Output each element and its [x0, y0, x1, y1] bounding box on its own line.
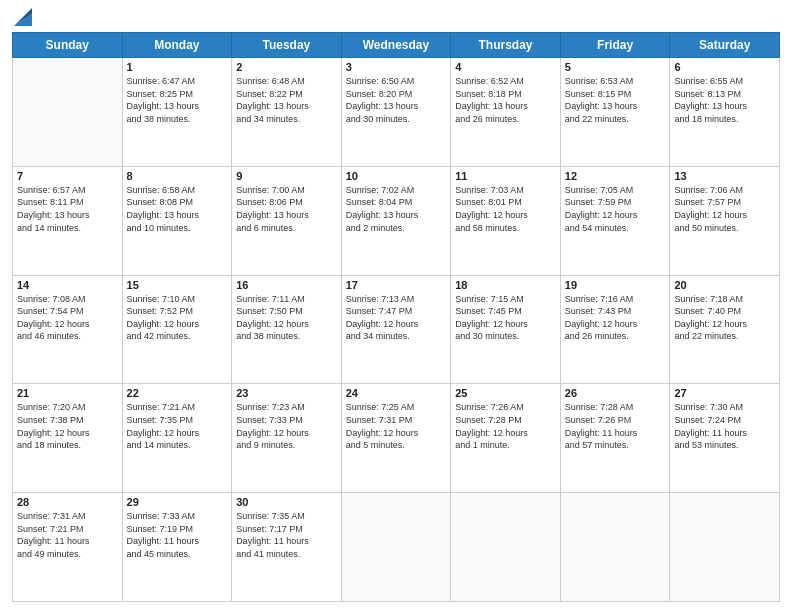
day-number: 30: [236, 496, 337, 508]
cell-info: Sunrise: 7:35 AMSunset: 7:17 PMDaylight:…: [236, 510, 337, 560]
cell-info: Sunrise: 7:16 AMSunset: 7:43 PMDaylight:…: [565, 293, 666, 343]
calendar-cell: 1Sunrise: 6:47 AMSunset: 8:25 PMDaylight…: [122, 58, 232, 167]
day-number: 10: [346, 170, 447, 182]
calendar-cell: [670, 493, 780, 602]
cell-info: Sunrise: 6:53 AMSunset: 8:15 PMDaylight:…: [565, 75, 666, 125]
weekday-saturday: Saturday: [670, 33, 780, 58]
cell-info: Sunrise: 7:26 AMSunset: 7:28 PMDaylight:…: [455, 401, 556, 451]
calendar-cell: 10Sunrise: 7:02 AMSunset: 8:04 PMDayligh…: [341, 166, 451, 275]
day-number: 24: [346, 387, 447, 399]
day-number: 20: [674, 279, 775, 291]
week-row-1: 1Sunrise: 6:47 AMSunset: 8:25 PMDaylight…: [13, 58, 780, 167]
day-number: 14: [17, 279, 118, 291]
cell-info: Sunrise: 6:55 AMSunset: 8:13 PMDaylight:…: [674, 75, 775, 125]
day-number: 17: [346, 279, 447, 291]
day-number: 1: [127, 61, 228, 73]
logo: [12, 14, 32, 26]
calendar-cell: 3Sunrise: 6:50 AMSunset: 8:20 PMDaylight…: [341, 58, 451, 167]
calendar-cell: 11Sunrise: 7:03 AMSunset: 8:01 PMDayligh…: [451, 166, 561, 275]
day-number: 27: [674, 387, 775, 399]
cell-info: Sunrise: 7:10 AMSunset: 7:52 PMDaylight:…: [127, 293, 228, 343]
day-number: 7: [17, 170, 118, 182]
cell-info: Sunrise: 7:00 AMSunset: 8:06 PMDaylight:…: [236, 184, 337, 234]
weekday-wednesday: Wednesday: [341, 33, 451, 58]
weekday-thursday: Thursday: [451, 33, 561, 58]
calendar-cell: 22Sunrise: 7:21 AMSunset: 7:35 PMDayligh…: [122, 384, 232, 493]
calendar-cell: [451, 493, 561, 602]
header: [12, 10, 780, 26]
calendar-cell: 25Sunrise: 7:26 AMSunset: 7:28 PMDayligh…: [451, 384, 561, 493]
calendar-cell: [560, 493, 670, 602]
day-number: 18: [455, 279, 556, 291]
calendar-cell: 20Sunrise: 7:18 AMSunset: 7:40 PMDayligh…: [670, 275, 780, 384]
cell-info: Sunrise: 7:03 AMSunset: 8:01 PMDaylight:…: [455, 184, 556, 234]
day-number: 19: [565, 279, 666, 291]
day-number: 15: [127, 279, 228, 291]
weekday-monday: Monday: [122, 33, 232, 58]
calendar-cell: 21Sunrise: 7:20 AMSunset: 7:38 PMDayligh…: [13, 384, 123, 493]
day-number: 26: [565, 387, 666, 399]
page: SundayMondayTuesdayWednesdayThursdayFrid…: [0, 0, 792, 612]
calendar-cell: 5Sunrise: 6:53 AMSunset: 8:15 PMDaylight…: [560, 58, 670, 167]
calendar-cell: 4Sunrise: 6:52 AMSunset: 8:18 PMDaylight…: [451, 58, 561, 167]
day-number: 22: [127, 387, 228, 399]
cell-info: Sunrise: 7:13 AMSunset: 7:47 PMDaylight:…: [346, 293, 447, 343]
week-row-3: 14Sunrise: 7:08 AMSunset: 7:54 PMDayligh…: [13, 275, 780, 384]
day-number: 2: [236, 61, 337, 73]
week-row-4: 21Sunrise: 7:20 AMSunset: 7:38 PMDayligh…: [13, 384, 780, 493]
calendar-cell: 24Sunrise: 7:25 AMSunset: 7:31 PMDayligh…: [341, 384, 451, 493]
day-number: 11: [455, 170, 556, 182]
day-number: 25: [455, 387, 556, 399]
cell-info: Sunrise: 7:08 AMSunset: 7:54 PMDaylight:…: [17, 293, 118, 343]
day-number: 4: [455, 61, 556, 73]
cell-info: Sunrise: 6:47 AMSunset: 8:25 PMDaylight:…: [127, 75, 228, 125]
cell-info: Sunrise: 7:33 AMSunset: 7:19 PMDaylight:…: [127, 510, 228, 560]
calendar-cell: [13, 58, 123, 167]
day-number: 21: [17, 387, 118, 399]
calendar-cell: 9Sunrise: 7:00 AMSunset: 8:06 PMDaylight…: [232, 166, 342, 275]
week-row-5: 28Sunrise: 7:31 AMSunset: 7:21 PMDayligh…: [13, 493, 780, 602]
calendar-cell: 30Sunrise: 7:35 AMSunset: 7:17 PMDayligh…: [232, 493, 342, 602]
cell-info: Sunrise: 7:15 AMSunset: 7:45 PMDaylight:…: [455, 293, 556, 343]
calendar-cell: 27Sunrise: 7:30 AMSunset: 7:24 PMDayligh…: [670, 384, 780, 493]
calendar-cell: 28Sunrise: 7:31 AMSunset: 7:21 PMDayligh…: [13, 493, 123, 602]
calendar-cell: 26Sunrise: 7:28 AMSunset: 7:26 PMDayligh…: [560, 384, 670, 493]
day-number: 29: [127, 496, 228, 508]
calendar-cell: 23Sunrise: 7:23 AMSunset: 7:33 PMDayligh…: [232, 384, 342, 493]
day-number: 9: [236, 170, 337, 182]
cell-info: Sunrise: 7:20 AMSunset: 7:38 PMDaylight:…: [17, 401, 118, 451]
calendar-cell: 29Sunrise: 7:33 AMSunset: 7:19 PMDayligh…: [122, 493, 232, 602]
day-number: 23: [236, 387, 337, 399]
calendar-cell: 8Sunrise: 6:58 AMSunset: 8:08 PMDaylight…: [122, 166, 232, 275]
cell-info: Sunrise: 7:25 AMSunset: 7:31 PMDaylight:…: [346, 401, 447, 451]
cell-info: Sunrise: 6:50 AMSunset: 8:20 PMDaylight:…: [346, 75, 447, 125]
day-number: 13: [674, 170, 775, 182]
day-number: 12: [565, 170, 666, 182]
cell-info: Sunrise: 6:52 AMSunset: 8:18 PMDaylight:…: [455, 75, 556, 125]
cell-info: Sunrise: 7:30 AMSunset: 7:24 PMDaylight:…: [674, 401, 775, 451]
weekday-tuesday: Tuesday: [232, 33, 342, 58]
day-number: 3: [346, 61, 447, 73]
calendar-cell: 15Sunrise: 7:10 AMSunset: 7:52 PMDayligh…: [122, 275, 232, 384]
calendar-cell: 13Sunrise: 7:06 AMSunset: 7:57 PMDayligh…: [670, 166, 780, 275]
cell-info: Sunrise: 7:02 AMSunset: 8:04 PMDaylight:…: [346, 184, 447, 234]
logo-icon: [14, 4, 32, 26]
calendar-cell: 19Sunrise: 7:16 AMSunset: 7:43 PMDayligh…: [560, 275, 670, 384]
cell-info: Sunrise: 7:28 AMSunset: 7:26 PMDaylight:…: [565, 401, 666, 451]
cell-info: Sunrise: 6:57 AMSunset: 8:11 PMDaylight:…: [17, 184, 118, 234]
cell-info: Sunrise: 7:05 AMSunset: 7:59 PMDaylight:…: [565, 184, 666, 234]
day-number: 8: [127, 170, 228, 182]
day-number: 6: [674, 61, 775, 73]
cell-info: Sunrise: 7:18 AMSunset: 7:40 PMDaylight:…: [674, 293, 775, 343]
weekday-friday: Friday: [560, 33, 670, 58]
calendar-cell: 14Sunrise: 7:08 AMSunset: 7:54 PMDayligh…: [13, 275, 123, 384]
day-number: 16: [236, 279, 337, 291]
calendar-cell: 17Sunrise: 7:13 AMSunset: 7:47 PMDayligh…: [341, 275, 451, 384]
cell-info: Sunrise: 7:11 AMSunset: 7:50 PMDaylight:…: [236, 293, 337, 343]
calendar-table: SundayMondayTuesdayWednesdayThursdayFrid…: [12, 32, 780, 602]
cell-info: Sunrise: 7:31 AMSunset: 7:21 PMDaylight:…: [17, 510, 118, 560]
cell-info: Sunrise: 6:58 AMSunset: 8:08 PMDaylight:…: [127, 184, 228, 234]
calendar-cell: 7Sunrise: 6:57 AMSunset: 8:11 PMDaylight…: [13, 166, 123, 275]
cell-info: Sunrise: 7:23 AMSunset: 7:33 PMDaylight:…: [236, 401, 337, 451]
calendar-cell: 6Sunrise: 6:55 AMSunset: 8:13 PMDaylight…: [670, 58, 780, 167]
